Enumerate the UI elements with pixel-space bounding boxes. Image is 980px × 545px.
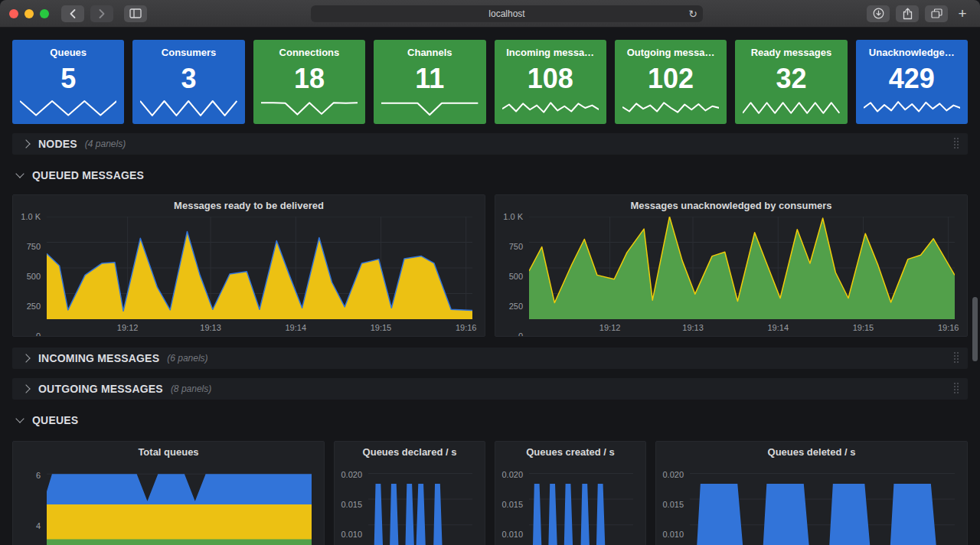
stat-title: Unacknowledge… [856, 47, 968, 58]
row-header-incoming-messages[interactable]: INCOMING MESSAGES (6 panels) [12, 348, 968, 369]
share-icon [903, 8, 913, 20]
row-drag-handle[interactable] [954, 138, 960, 150]
queues-deleted-chart[interactable] [690, 463, 955, 545]
panel-messages-ready: Messages ready to be delivered 1.0 K7505… [12, 194, 485, 337]
panel-total-queues: Total queues 642 [12, 441, 325, 545]
row-header-nodes[interactable]: NODES (4 panels) [12, 133, 968, 155]
stat-panel-unacknowledged-messages[interactable]: Unacknowledge… 429 [856, 40, 968, 124]
grafana-dashboard: Queues 5 Consumers 3 Connections 18 Chan… [0, 28, 980, 545]
sparkline [381, 98, 478, 118]
sparkline [622, 98, 719, 118]
panel-queues-declared: Queues declared / s 0.0200.0150.0100.005 [334, 441, 485, 545]
stat-value: 18 [253, 60, 365, 98]
row-panel-count: (6 panels) [167, 353, 207, 364]
y-axis-labels: 0.0200.0150.0100.005 [495, 463, 529, 545]
stat-value: 11 [374, 60, 485, 98]
row-title[interactable]: INCOMING MESSAGES [38, 352, 159, 364]
y-axis-labels: 0.0200.0150.0100.005 [656, 463, 690, 545]
row-title[interactable]: QUEUED MESSAGES [32, 169, 144, 181]
row-title[interactable]: QUEUES [32, 414, 78, 426]
row-header-queued-messages[interactable]: QUEUED MESSAGES [12, 167, 968, 184]
minimize-window-button[interactable] [24, 9, 34, 18]
chevron-right-icon [98, 8, 106, 19]
stat-value: 5 [12, 60, 124, 98]
chevron-down-icon[interactable] [15, 414, 24, 423]
panel-title[interactable]: Queues deleted / s [656, 442, 967, 463]
browser-window: localhost ↻ + [0, 0, 980, 545]
y-axis-labels: 0.0200.0150.0100.005 [335, 463, 368, 545]
stat-panel-incoming-messages[interactable]: Incoming messa… 108 [495, 40, 606, 124]
stat-title: Outgoing messa… [615, 47, 727, 58]
y-axis-labels: 1.0 K7505002500 [13, 217, 47, 336]
chevron-right-icon[interactable] [21, 354, 30, 362]
row-title[interactable]: OUTGOING MESSAGES [38, 383, 163, 395]
row-header-queues[interactable]: QUEUES [12, 412, 968, 429]
panel-title[interactable]: Queues declared / s [335, 442, 485, 463]
share-button[interactable] [896, 5, 919, 22]
fullscreen-window-button[interactable] [40, 9, 49, 18]
total-queues-chart[interactable] [47, 463, 312, 545]
reload-icon[interactable]: ↻ [688, 7, 697, 21]
stat-panel-consumers[interactable]: Consumers 3 [132, 40, 244, 124]
stat-value: 108 [495, 60, 606, 98]
stat-title: Connections [253, 47, 365, 58]
url-text: localhost [488, 8, 524, 19]
stat-title: Consumers [132, 47, 244, 58]
stat-value: 102 [615, 60, 727, 98]
stat-title: Ready messages [735, 47, 847, 58]
stat-title: Incoming messa… [495, 47, 606, 58]
stat-panel-channels[interactable]: Channels 11 [374, 40, 485, 124]
chevron-right-icon[interactable] [21, 384, 30, 393]
stat-value: 429 [856, 60, 968, 98]
queues-panels: Total queues 642 Queues declared / s 0.0… [12, 441, 968, 545]
y-axis-labels: 642 [13, 463, 47, 545]
stat-title: Channels [374, 47, 485, 58]
stat-title: Queues [12, 47, 124, 58]
row-drag-handle[interactable] [954, 383, 960, 395]
browser-toolbar: localhost ↻ + [0, 0, 980, 28]
panel-title[interactable]: Messages ready to be delivered [13, 195, 485, 217]
stat-value: 3 [132, 60, 244, 98]
queues-declared-chart[interactable] [368, 463, 472, 545]
panel-messages-unacknowledged: Messages unacknowledged by consumers 1.0… [495, 194, 968, 337]
chevron-left-icon [69, 8, 77, 19]
stat-panel-outgoing-messages[interactable]: Outgoing messa… 102 [615, 40, 727, 124]
stat-panel-queues[interactable]: Queues 5 [12, 40, 124, 124]
sparkline [864, 98, 960, 118]
row-header-outgoing-messages[interactable]: OUTGOING MESSAGES (8 panels) [12, 378, 968, 400]
new-tab-button[interactable]: + [954, 5, 971, 22]
row-title[interactable]: NODES [38, 138, 77, 150]
address-bar[interactable]: localhost ↻ [311, 5, 703, 22]
panel-title[interactable]: Messages unacknowledged by consumers [495, 195, 967, 217]
row-panel-count: (4 panels) [85, 139, 126, 149]
sparkline [743, 98, 839, 118]
stats-row: Queues 5 Consumers 3 Connections 18 Chan… [12, 40, 968, 124]
row-panel-count: (8 panels) [171, 383, 211, 394]
row-drag-handle[interactable] [954, 352, 960, 364]
messages-ready-chart[interactable] [47, 217, 472, 319]
download-icon [873, 8, 884, 19]
sidebar-icon [129, 8, 142, 18]
tabs-icon [931, 8, 942, 18]
stat-panel-connections[interactable]: Connections 18 [253, 40, 365, 124]
close-window-button[interactable] [9, 9, 18, 18]
back-button[interactable] [61, 5, 84, 22]
queued-messages-panels: Messages ready to be delivered 1.0 K7505… [12, 194, 968, 337]
sparkline [502, 98, 599, 118]
stat-value: 32 [735, 60, 847, 98]
x-axis-labels: 19:1219:1319:1419:1519:16 [529, 319, 955, 336]
chevron-down-icon[interactable] [15, 169, 24, 178]
stat-panel-ready-messages[interactable]: Ready messages 32 [735, 40, 847, 124]
panel-title[interactable]: Total queues [13, 442, 324, 463]
panel-queues-created: Queues created / s 0.0200.0150.0100.005 [495, 441, 646, 545]
scrollbar-thumb[interactable] [972, 297, 978, 361]
tab-overview-button[interactable] [925, 5, 948, 22]
forward-button[interactable] [90, 5, 113, 22]
chevron-right-icon[interactable] [21, 139, 30, 148]
queues-created-chart[interactable] [529, 463, 633, 545]
downloads-button[interactable] [867, 5, 890, 22]
sidebar-toggle-button[interactable] [124, 5, 147, 22]
panel-title[interactable]: Queues created / s [495, 442, 645, 463]
panel-queues-deleted: Queues deleted / s 0.0200.0150.0100.005 [655, 441, 968, 545]
messages-unacknowledged-chart[interactable] [529, 217, 955, 319]
